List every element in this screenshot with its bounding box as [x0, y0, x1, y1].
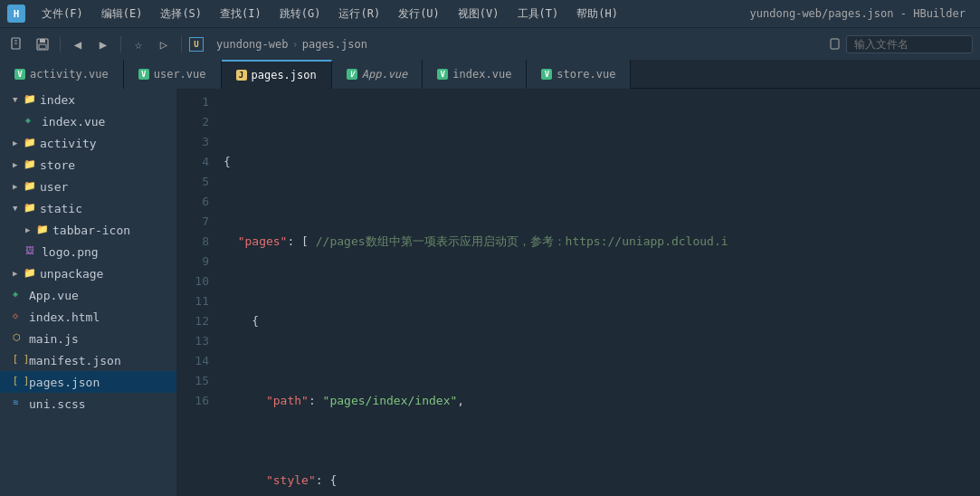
line-num-11: 11	[187, 291, 209, 311]
menu-view[interactable]: 视图(V)	[451, 5, 507, 24]
sidebar-item-user[interactable]: ▶ 📁 user	[0, 176, 176, 197]
code-indent-5	[224, 471, 266, 491]
code-val-path: "pages/index/index"	[323, 391, 458, 411]
menu-edit[interactable]: 编辑(E)	[94, 5, 150, 24]
sidebar-label-index-html: index.html	[29, 310, 100, 324]
code-area[interactable]: 1 2 3 4 5 6 7 8 9 10 11 12 13 14 15 16	[176, 89, 980, 496]
sidebar-label-user: user	[40, 180, 68, 194]
sidebar-item-index[interactable]: ▼ 📁 index	[0, 89, 176, 110]
sidebar-label-tabbar: tabbar-icon	[52, 224, 130, 237]
menu-run[interactable]: 运行(R)	[331, 5, 387, 24]
menu-help[interactable]: 帮助(H)	[569, 5, 625, 24]
toolbar-file-type-icon: U	[189, 37, 204, 52]
line-num-3: 3	[187, 132, 209, 152]
app-logo: H	[7, 5, 25, 23]
toolbar-back[interactable]: ◀	[68, 34, 88, 54]
svg-rect-6	[40, 39, 45, 43]
code-indent	[224, 232, 238, 252]
code-text: {	[224, 152, 231, 172]
toolbar-save[interactable]	[33, 34, 52, 54]
sidebar-item-pages-json[interactable]: [ ] pages.json	[0, 371, 176, 393]
menu-tools[interactable]: 工具(T)	[510, 5, 566, 24]
sidebar-item-unpackage[interactable]: ▶ 📁 unpackage	[0, 262, 176, 284]
line-num-12: 12	[187, 311, 209, 331]
line-num-9: 9	[187, 252, 209, 272]
breadcrumb-project: yundong-web	[216, 38, 288, 51]
chevron-right-icon-3: ▶	[13, 182, 22, 191]
line-num-13: 13	[187, 331, 209, 351]
code-line-4: "path": "pages/index/index",	[216, 391, 980, 411]
code-key-path: "path"	[266, 391, 309, 411]
tab-store-vue[interactable]: V store.vue	[527, 60, 631, 89]
code-line-2: "pages": [ //pages数组中第一项表示应用启动页，参考：https…	[216, 232, 980, 252]
tab-label-pages: pages.json	[252, 69, 317, 81]
tab-activity-vue[interactable]: V activity.vue	[0, 60, 124, 89]
tab-icon-vue: V	[14, 69, 25, 80]
code-colon: :	[287, 232, 301, 252]
menu-publish[interactable]: 发行(U)	[391, 5, 447, 24]
sidebar-item-manifest[interactable]: [ ] manifest.json	[0, 349, 176, 371]
html-file-icon: ◇	[13, 310, 25, 323]
menubar: H 文件(F) 编辑(E) 选择(S) 查找(I) 跳转(G) 运行(R) 发行…	[0, 0, 980, 27]
line-num-4: 4	[187, 152, 209, 172]
folder-icon-6: 📁	[36, 224, 49, 236]
line-num-14: 14	[187, 351, 209, 371]
line-num-15: 15	[187, 371, 209, 391]
line-num-10: 10	[187, 272, 209, 291]
code-indent-4	[224, 391, 266, 411]
tab-pages-json[interactable]: J pages.json	[222, 60, 332, 89]
line-num-5: 5	[187, 172, 209, 192]
toolbar-new[interactable]	[7, 34, 27, 54]
line-num-16: 16	[187, 391, 209, 411]
sidebar-label-unpackage: unpackage	[40, 267, 103, 281]
sidebar-item-app-vue[interactable]: ◈ App.vue	[0, 284, 176, 306]
sidebar-label-pages-json: pages.json	[29, 376, 100, 389]
tab-label-index: index.vue	[452, 68, 511, 81]
main-area: ▼ 📁 index ◈ index.vue ▶ 📁 activity ▶ 📁 s…	[0, 89, 980, 496]
code-key-style: "style"	[266, 471, 316, 491]
vue-file-icon: ◈	[25, 115, 38, 128]
sidebar-item-logo[interactable]: 🖼 logo.png	[0, 241, 176, 262]
file-input[interactable]	[846, 35, 973, 53]
sidebar-item-index-vue[interactable]: ◈ index.vue	[0, 110, 176, 132]
menu-jump[interactable]: 跳转(G)	[272, 5, 328, 24]
sidebar-item-activity[interactable]: ▶ 📁 activity	[0, 132, 176, 154]
code-line-3: {	[216, 311, 980, 331]
toolbar-play[interactable]: ▷	[154, 34, 174, 54]
sidebar-item-store[interactable]: ▶ 📁 store	[0, 154, 176, 176]
breadcrumb-separator: ›	[291, 38, 298, 51]
chevron-down-icon: ▼	[13, 95, 22, 104]
menu-file[interactable]: 文件(F)	[34, 5, 90, 24]
menu-find[interactable]: 查找(I)	[213, 5, 269, 24]
sidebar-item-main-js[interactable]: ⬡ main.js	[0, 328, 176, 349]
code-line-1: {	[216, 152, 980, 172]
line-num-1: 1	[187, 92, 209, 112]
editor: 1 2 3 4 5 6 7 8 9 10 11 12 13 14 15 16	[176, 89, 980, 496]
sidebar-item-index-html[interactable]: ◇ index.html	[0, 306, 176, 328]
vue-file-icon-2: ◈	[13, 289, 25, 301]
sidebar-item-uni-scss[interactable]: ≋ uni.scss	[0, 393, 176, 415]
toolbar-forward[interactable]: ▶	[93, 34, 113, 54]
chevron-right-icon-4: ▶	[25, 225, 34, 234]
json-file-icon-2: [ ]	[13, 376, 25, 388]
sidebar-item-static[interactable]: ▼ 📁 static	[0, 197, 176, 219]
tab-index-vue[interactable]: V index.vue	[423, 60, 527, 89]
line-num-6: 6	[187, 192, 209, 212]
svg-text:H: H	[14, 8, 20, 20]
code-colon-5: : {	[316, 471, 337, 491]
toolbar-star[interactable]: ☆	[128, 34, 148, 54]
sidebar-item-tabbar[interactable]: ▶ 📁 tabbar-icon	[0, 219, 176, 241]
tab-user-vue[interactable]: V user.vue	[124, 60, 222, 89]
code-text-3: {	[224, 311, 259, 331]
toolbar-separator-3	[181, 36, 182, 52]
code-key: "pages"	[238, 232, 288, 252]
folder-icon: 📁	[24, 93, 36, 106]
code-bracket: [	[301, 232, 316, 252]
tab-app-vue[interactable]: V App.vue	[332, 60, 423, 89]
sidebar-label-manifest: manifest.json	[29, 354, 121, 367]
folder-icon-3: 📁	[24, 158, 36, 171]
file-icon-small	[830, 38, 842, 51]
menu-select[interactable]: 选择(S)	[153, 5, 209, 24]
tab-label-activity: activity.vue	[30, 68, 109, 81]
code-content[interactable]: { "pages": [ //pages数组中第一项表示应用启动页，参考：htt…	[216, 89, 980, 496]
